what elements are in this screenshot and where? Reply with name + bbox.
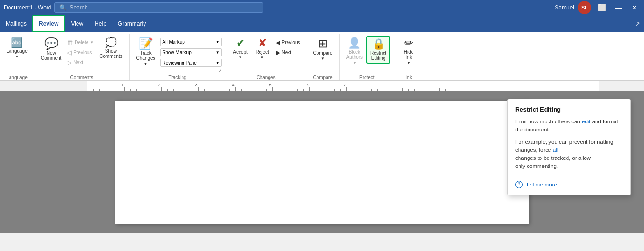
help-icon: ? bbox=[515, 181, 523, 188]
svg-rect-25 bbox=[241, 89, 242, 91]
title-bar-left: Document1 - Word 🔍 Search bbox=[4, 2, 551, 13]
title-bar-right: Samuel SL ⬜ — ✕ bbox=[555, 1, 640, 14]
svg-text:7: 7 bbox=[343, 83, 346, 87]
svg-rect-31 bbox=[279, 89, 279, 91]
restrict-editing-tooltip: Restrict Editing Limit how much others c… bbox=[507, 99, 631, 195]
svg-rect-16 bbox=[186, 89, 186, 91]
next-change-button[interactable]: ▶ Next bbox=[274, 48, 302, 57]
restrict-editing-icon: 🔒 bbox=[372, 39, 385, 49]
previous-comment-button[interactable]: ◁ Previous bbox=[65, 48, 96, 57]
delete-icon: 🗑 bbox=[67, 39, 73, 46]
svg-rect-52 bbox=[408, 89, 409, 91]
ribbon-section-tracking: 📝 TrackChanges ▼ All Markup ▼ Show Marku… bbox=[130, 34, 226, 80]
svg-rect-58 bbox=[445, 89, 446, 91]
show-markup-dropdown[interactable]: Show Markup ▼ bbox=[160, 48, 222, 56]
menu-item-grammarly[interactable]: Grammarly bbox=[112, 15, 152, 32]
reviewing-pane-dropdown[interactable]: Reviewing Pane ▼ bbox=[160, 59, 222, 67]
tell-me-more-text: Tell me more bbox=[526, 182, 557, 187]
ribbon: 🔤 Language ▼ Language 💬 NewComment 🗑 Del… bbox=[0, 32, 644, 81]
svg-rect-47 bbox=[377, 89, 378, 91]
compare-icon: ⊞ bbox=[318, 38, 327, 49]
restore-button[interactable]: ⬜ bbox=[595, 3, 609, 12]
previous-change-button[interactable]: ◀ Previous bbox=[274, 38, 302, 47]
next-change-icon: ▶ bbox=[276, 49, 280, 56]
menu-item-help[interactable]: Help bbox=[89, 15, 112, 32]
svg-rect-19 bbox=[204, 89, 205, 91]
ruler-svg: 1 2 3 4 5 6 7 bbox=[87, 81, 599, 91]
svg-rect-34 bbox=[297, 89, 298, 91]
svg-rect-35 bbox=[303, 89, 304, 91]
doc-title: Document1 - Word bbox=[4, 4, 51, 11]
svg-rect-57 bbox=[439, 88, 440, 91]
svg-rect-27 bbox=[254, 88, 254, 91]
svg-text:3: 3 bbox=[195, 83, 197, 87]
svg-rect-7 bbox=[130, 89, 131, 91]
svg-rect-12 bbox=[161, 87, 162, 91]
ribbon-section-compare: ⊞ Compare ▼ Compare bbox=[306, 34, 339, 80]
search-placeholder: Search bbox=[69, 4, 87, 11]
share-button[interactable]: ↗ bbox=[631, 20, 644, 28]
search-icon: 🔍 bbox=[59, 4, 67, 11]
svg-rect-36 bbox=[309, 87, 310, 91]
svg-text:6: 6 bbox=[306, 83, 308, 87]
ruler-inner: 1 2 3 4 5 6 7 bbox=[87, 81, 599, 91]
track-changes-button[interactable]: 📝 TrackChanges ▼ bbox=[134, 36, 158, 68]
reject-button[interactable]: ✘ Reject ▼ bbox=[252, 36, 273, 62]
tell-me-more-link[interactable]: ? Tell me more bbox=[515, 181, 623, 188]
restrict-editing-button[interactable]: 🔒 RestrictEditing bbox=[366, 36, 390, 64]
language-button[interactable]: 🔤 Language ▼ bbox=[3, 36, 30, 65]
tooltip-divider bbox=[515, 176, 623, 176]
accept-button[interactable]: ✔ Accept ▼ bbox=[230, 36, 251, 62]
show-comments-button[interactable]: 💭 ShowComments bbox=[96, 36, 125, 61]
svg-rect-40 bbox=[334, 89, 335, 91]
svg-rect-56 bbox=[433, 89, 433, 91]
close-button[interactable]: ✕ bbox=[629, 3, 640, 12]
hide-ink-button[interactable]: ✏ HideInk ▼ bbox=[398, 36, 419, 67]
svg-rect-49 bbox=[390, 89, 390, 91]
block-authors-button[interactable]: 👤 BlockAuthors ▼ bbox=[344, 36, 365, 67]
ribbon-section-ink: ✏ HideInk ▼ Ink bbox=[394, 34, 423, 80]
menu-item-view[interactable]: View bbox=[65, 15, 89, 32]
tooltip-title: Restrict Editing bbox=[515, 106, 623, 113]
svg-rect-22 bbox=[223, 89, 223, 91]
new-comment-button[interactable]: 💬 NewComment bbox=[38, 36, 64, 63]
svg-rect-24 bbox=[235, 87, 236, 91]
svg-text:5: 5 bbox=[269, 83, 271, 87]
document-page[interactable] bbox=[115, 101, 529, 224]
ruler: 1 2 3 4 5 6 7 bbox=[0, 81, 644, 91]
tracking-expand[interactable]: ⤢ bbox=[218, 68, 222, 73]
menu-bar: Mailings Review View Help Grammarly ↗ bbox=[0, 15, 644, 32]
delete-button[interactable]: 🗑 Delete ▼ bbox=[65, 38, 96, 47]
svg-text:2: 2 bbox=[158, 83, 160, 87]
compare-button[interactable]: ⊞ Compare ▼ bbox=[310, 36, 335, 63]
menu-item-review[interactable]: Review bbox=[32, 15, 65, 32]
svg-rect-43 bbox=[353, 89, 353, 91]
all-markup-dropdown[interactable]: All Markup ▼ bbox=[160, 38, 222, 46]
svg-rect-60 bbox=[458, 87, 458, 91]
svg-rect-2 bbox=[99, 89, 100, 91]
svg-rect-39 bbox=[328, 88, 328, 91]
ribbon-section-protect: 👤 BlockAuthors ▼ 🔒 RestrictEditing Prote… bbox=[340, 34, 394, 80]
svg-rect-53 bbox=[414, 89, 415, 91]
new-comment-icon: 💬 bbox=[44, 38, 58, 49]
svg-rect-32 bbox=[285, 89, 285, 91]
svg-rect-1 bbox=[93, 89, 94, 91]
svg-rect-3 bbox=[106, 88, 106, 91]
menu-item-mailings[interactable]: Mailings bbox=[0, 15, 32, 32]
svg-rect-23 bbox=[229, 89, 230, 91]
svg-text:4: 4 bbox=[232, 83, 234, 87]
svg-rect-10 bbox=[149, 89, 149, 91]
next-comment-icon: ▷ bbox=[67, 59, 72, 66]
changes-section-label: Changes bbox=[228, 73, 304, 80]
ribbon-section-comments: 💬 NewComment 🗑 Delete ▼ ◁ Previous ▷ bbox=[34, 34, 130, 80]
ribbon-section-language: 🔤 Language ▼ Language bbox=[0, 34, 34, 80]
ribbon-section-changes: ✔ Accept ▼ ✘ Reject ▼ ◀ Previous ▶ bbox=[226, 34, 307, 80]
svg-rect-48 bbox=[384, 87, 384, 91]
search-box[interactable]: 🔍 Search bbox=[54, 2, 263, 13]
minimize-button[interactable]: — bbox=[613, 3, 625, 12]
next-comment-button[interactable]: ▷ Next bbox=[65, 58, 96, 67]
accept-icon: ✔ bbox=[236, 38, 245, 48]
svg-rect-45 bbox=[365, 88, 365, 91]
svg-rect-0 bbox=[87, 87, 87, 91]
svg-rect-17 bbox=[192, 89, 192, 91]
